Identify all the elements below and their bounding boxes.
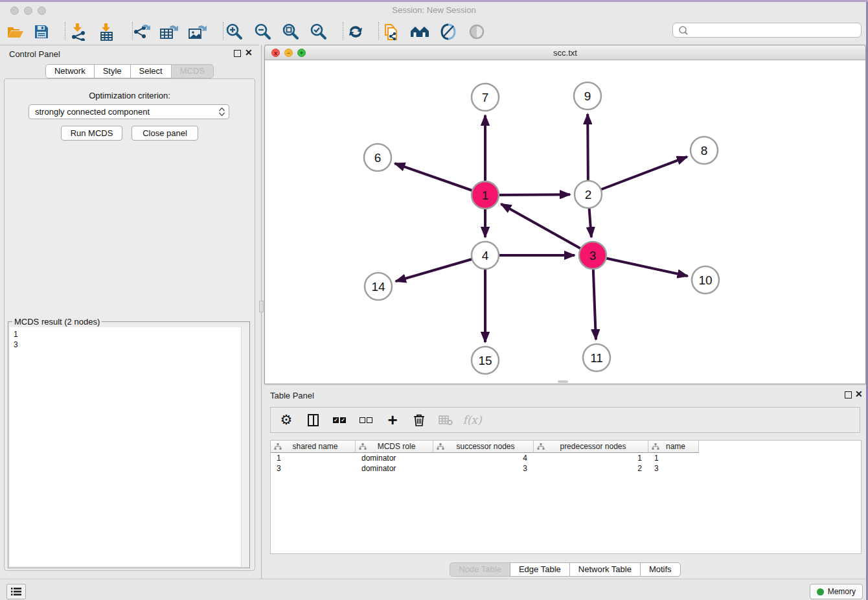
table-cell[interactable]: 3 (271, 463, 356, 474)
zoom-out-icon[interactable] (251, 21, 275, 43)
status-bar: Memory (0, 579, 868, 600)
zoom-in-icon[interactable] (223, 21, 246, 43)
graph-edge-2-8[interactable] (588, 157, 687, 194)
tab-node-table[interactable]: Node Table (450, 562, 510, 577)
table-cell[interactable]: dominator (356, 463, 433, 474)
tab-mcds[interactable]: MCDS (171, 64, 214, 78)
table-float-icon[interactable] (845, 391, 852, 398)
style-icon[interactable] (437, 21, 460, 43)
node-table-header: shared nameMCDS rolesuccessor nodesprede… (271, 441, 861, 453)
delete-column-icon (438, 411, 453, 428)
export-network-icon[interactable] (130, 21, 153, 43)
criterion-select[interactable]: strongly connected component (29, 104, 229, 119)
split-columns-icon[interactable] (305, 411, 321, 428)
tab-select[interactable]: Select (130, 64, 172, 78)
task-history-button[interactable] (6, 584, 26, 599)
search-field[interactable] (672, 23, 862, 38)
graph-node-label-11: 11 (590, 351, 603, 365)
criterion-value: strongly connected component (35, 107, 150, 117)
graph-edge-3-10[interactable] (593, 255, 688, 276)
node-table-body: 1dominator4113dominator323 (271, 453, 861, 474)
houses-icon[interactable] (408, 21, 431, 43)
search-icon (677, 25, 691, 36)
tab-network-table[interactable]: Network Table (569, 562, 641, 577)
tab-network[interactable]: Network (45, 64, 95, 78)
run-mcds-button[interactable]: Run MCDS (61, 126, 122, 141)
table-cell[interactable]: dominator (356, 453, 433, 463)
control-panel-tabs: NetworkStyleSelectMCDS (0, 64, 259, 78)
network-window-titlebar[interactable]: x − + scc.txt (265, 45, 865, 60)
node-table: shared nameMCDS rolesuccessor nodesprede… (270, 440, 862, 554)
hierarchy-icon (359, 443, 367, 450)
close-panel-icon[interactable]: ✕ (245, 49, 253, 56)
hierarchy-icon (437, 443, 444, 450)
mcds-result-title: MCDS result (2 nodes) (12, 317, 102, 327)
export-image-icon[interactable] (186, 21, 209, 43)
table-cell[interactable]: 1 (271, 453, 356, 463)
table-panel-title: Table Panel (270, 391, 314, 400)
control-panel-header: Control Panel ✕ (0, 45, 259, 63)
list-icon (11, 587, 21, 596)
optimization-criterion-label: Optimization criterion: (0, 91, 259, 100)
eye-icon (465, 21, 488, 43)
delete-icon[interactable] (411, 411, 427, 428)
table-cell[interactable]: 3 (433, 463, 534, 474)
table-row[interactable]: 3dominator323 (271, 463, 861, 474)
select-all-columns-icon[interactable]: ✓✓ (332, 411, 347, 428)
table-cell[interactable]: 1 (648, 453, 699, 463)
network-scrollbar-handle[interactable] (558, 380, 568, 383)
float-panel-icon[interactable] (234, 50, 241, 57)
import-table-icon[interactable] (95, 21, 119, 43)
hierarchy-icon (537, 443, 545, 450)
mcds-result-list[interactable]: 13 (10, 327, 241, 566)
network-canvas[interactable]: 7968124314101511 (265, 60, 865, 384)
graph-node-label-10: 10 (698, 273, 712, 287)
zoom-fit-icon[interactable] (279, 21, 303, 43)
network-window-title: scc.txt (265, 48, 865, 58)
table-panel: Table Panel ✕ ⚙ ✓✓ + f(x) shared nameMCD… (264, 386, 866, 579)
mcds-result-group: MCDS result (2 nodes) 13 (8, 321, 250, 568)
search-input[interactable] (691, 25, 861, 36)
table-cell[interactable]: 4 (433, 453, 534, 463)
column-header-MCDS-role[interactable]: MCDS role (356, 441, 433, 453)
unselect-all-columns-icon[interactable] (358, 411, 374, 428)
splitter-grip[interactable] (259, 301, 264, 312)
control-panel-title: Control Panel (9, 49, 60, 59)
export-table-icon[interactable] (157, 21, 181, 43)
import-network-icon[interactable] (67, 21, 90, 43)
table-toolbar: ⚙ ✓✓ + f(x) (270, 407, 860, 433)
table-row[interactable]: 1dominator411 (271, 453, 861, 463)
graph-node-label-7: 7 (482, 91, 489, 104)
column-header-predecessor-nodes[interactable]: predecessor nodes (534, 441, 648, 453)
chevron-updown-icon (219, 108, 225, 116)
tab-edge-table[interactable]: Edge Table (510, 562, 570, 577)
tab-motifs[interactable]: Motifs (640, 562, 681, 577)
table-panel-tabs: Node TableEdge TableNetwork TableMotifs (264, 562, 866, 577)
save-session-icon[interactable] (30, 21, 53, 43)
result-scrollbar[interactable] (241, 327, 248, 566)
tab-style[interactable]: Style (94, 64, 131, 78)
table-cell[interactable]: 3 (648, 463, 699, 474)
table-cell[interactable]: 2 (534, 463, 648, 474)
table-settings-icon[interactable]: ⚙ (279, 411, 294, 428)
application-window: Session: New Session (0, 0, 868, 600)
toolbar-separator (343, 22, 343, 40)
graph-edge-3-1[interactable] (501, 204, 593, 255)
toolbar-separator (378, 22, 379, 40)
graph-node-label-8: 8 (701, 144, 708, 157)
graph-node-label-1: 1 (482, 189, 489, 202)
panel-splitter[interactable] (259, 45, 264, 579)
table-cell[interactable]: 1 (534, 453, 648, 463)
refresh-icon[interactable] (344, 21, 367, 43)
open-session-icon[interactable] (4, 21, 27, 43)
column-header-successor-nodes[interactable]: successor nodes (433, 441, 534, 453)
column-header-name[interactable]: name (648, 441, 699, 453)
zoom-selected-icon[interactable] (307, 21, 330, 43)
table-close-icon[interactable]: ✕ (855, 391, 863, 397)
memory-button[interactable]: Memory (810, 584, 863, 599)
memory-status-dot (817, 588, 824, 595)
add-column-icon[interactable]: + (385, 411, 400, 428)
close-panel-button[interactable]: Close panel (131, 126, 198, 141)
clone-network-icon[interactable] (380, 21, 404, 43)
column-header-shared-name[interactable]: shared name (271, 441, 356, 453)
